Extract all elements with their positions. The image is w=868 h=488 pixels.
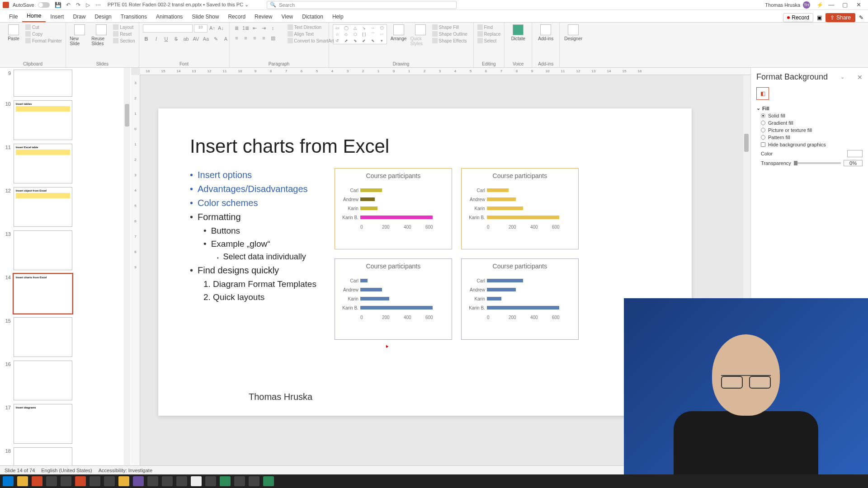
record-button[interactable]: Record xyxy=(783,13,813,22)
tab-review[interactable]: Review xyxy=(250,11,277,22)
align-left-icon[interactable]: ≡ xyxy=(233,34,241,42)
change-case-icon[interactable]: Aa xyxy=(203,35,210,42)
text-shadow-icon[interactable]: ab xyxy=(183,35,190,42)
align-center-icon[interactable]: ≡ xyxy=(242,34,250,42)
pane-close-button[interactable]: ✕ xyxy=(857,74,863,81)
slide-thumbnail[interactable] xyxy=(14,361,72,400)
paste-button[interactable]: Paste xyxy=(4,24,24,41)
taskbar-powerpoint[interactable] xyxy=(75,476,86,486)
line-spacing-icon[interactable]: ↕ xyxy=(269,24,277,32)
increase-indent-icon[interactable]: ⇥ xyxy=(260,24,268,32)
taskbar-app[interactable] xyxy=(90,476,100,486)
taskbar-app[interactable] xyxy=(17,476,28,486)
shapes-gallery[interactable]: ▭◯△↘↔⬠ ☆◇⬡{ }⌒⋯ ↺⬈⬊⬋⬉▾ xyxy=(333,24,387,44)
close-button[interactable]: ✕ xyxy=(852,1,865,8)
addins-button[interactable]: Add-ins xyxy=(536,24,556,41)
picture-fill-option[interactable]: Picture or texture fill xyxy=(761,127,863,133)
decrease-indent-icon[interactable]: ⇤ xyxy=(251,24,259,32)
autosave-toggle[interactable] xyxy=(38,2,50,8)
shape-effects-button[interactable]: Shape Effects xyxy=(432,38,467,43)
italic-icon[interactable]: I xyxy=(153,35,160,42)
layout-button[interactable]: Layout xyxy=(113,24,135,30)
taskbar-app[interactable] xyxy=(191,476,202,486)
taskbar-app[interactable] xyxy=(32,476,42,486)
taskbar-app[interactable] xyxy=(147,476,158,486)
qat-more-icon[interactable]: ⋯ xyxy=(95,2,101,8)
replace-button[interactable]: Replace xyxy=(477,31,501,37)
font-name-input[interactable] xyxy=(143,24,193,33)
transparency-slider[interactable] xyxy=(794,162,841,164)
slide-thumbnail[interactable]: Insert tables xyxy=(14,100,72,140)
text-direction-button[interactable]: Text Direction xyxy=(288,24,334,30)
taskbar-app[interactable] xyxy=(133,476,144,486)
tab-transitions[interactable]: Transitions xyxy=(116,11,151,22)
slide-title[interactable]: Insert charts from Excel xyxy=(190,136,660,157)
from-beginning-icon[interactable]: ▷ xyxy=(85,2,91,8)
color-picker[interactable] xyxy=(847,150,863,157)
taskbar-excel[interactable] xyxy=(263,476,274,486)
tab-file[interactable]: File xyxy=(5,11,22,22)
align-text-button[interactable]: Align Text xyxy=(288,31,334,37)
text-placeholder[interactable]: Insert options Advantages/Disadvantages … xyxy=(190,168,316,340)
account-button[interactable]: Thomas Hruska TH xyxy=(765,1,810,9)
tab-insert[interactable]: Insert xyxy=(46,11,68,22)
minimize-button[interactable]: — xyxy=(825,1,838,8)
fill-tab-icon[interactable]: ◧ xyxy=(756,87,769,100)
slide-thumbnail[interactable] xyxy=(14,70,72,97)
taskbar-app[interactable] xyxy=(162,476,173,486)
slide-canvas[interactable]: Insert charts from Excel Insert options … xyxy=(158,108,692,416)
font-color-icon[interactable]: A xyxy=(222,35,230,42)
taskbar-app[interactable] xyxy=(249,476,259,486)
taskbar-app[interactable] xyxy=(220,476,231,486)
char-spacing-icon[interactable]: AV xyxy=(193,35,200,42)
undo-icon[interactable]: ↶ xyxy=(65,2,71,8)
select-button[interactable]: Select xyxy=(477,38,501,43)
document-title[interactable]: PPTE 01 Roter Faden 002-2 transl en.pptx… xyxy=(108,2,249,8)
reset-button[interactable]: Reset xyxy=(113,31,135,37)
tab-record[interactable]: Record xyxy=(223,11,250,22)
tab-dictation[interactable]: Dictation xyxy=(297,11,328,22)
shape-outline-button[interactable]: Shape Outline xyxy=(432,31,467,37)
shape-fill-button[interactable]: Shape Fill xyxy=(432,24,467,30)
taskbar-app[interactable] xyxy=(176,476,187,486)
tab-animations[interactable]: Animations xyxy=(151,11,187,22)
chart[interactable]: Course participantsCarlAndrewKarinKarin … xyxy=(461,168,579,249)
slide-counter[interactable]: Slide 14 of 74 xyxy=(5,468,35,473)
strikethrough-icon[interactable]: S̶ xyxy=(173,35,180,42)
tab-draw[interactable]: Draw xyxy=(68,11,90,22)
taskbar-app[interactable] xyxy=(205,476,216,486)
pane-dropdown-icon[interactable]: ⌄ xyxy=(840,74,844,80)
share-button[interactable]: ⇪Share xyxy=(826,13,855,22)
increase-font-icon[interactable]: A↑ xyxy=(209,24,216,32)
find-button[interactable]: Find xyxy=(477,24,501,30)
slide-thumbnail[interactable]: Insert charts from Excel xyxy=(14,274,72,314)
taskbar-app[interactable] xyxy=(118,476,129,486)
transparency-input[interactable]: 0% xyxy=(844,160,863,166)
font-size-input[interactable]: 10 xyxy=(194,24,208,33)
solid-fill-option[interactable]: Solid fill xyxy=(761,113,863,118)
decrease-font-icon[interactable]: A↓ xyxy=(217,24,225,32)
highlight-icon[interactable]: ✎ xyxy=(212,35,220,42)
copy-button[interactable]: Copy xyxy=(25,31,62,37)
chart[interactable]: Course participantsCarlAndrewKarinKarin … xyxy=(335,258,452,340)
quick-styles-button[interactable]: Quick Styles xyxy=(410,24,430,46)
accessibility-button[interactable]: Accessibility: Investigate xyxy=(99,468,152,473)
tab-help[interactable]: Help xyxy=(328,11,348,22)
slide-thumbnail[interactable]: Insert diagrams xyxy=(14,404,72,444)
comments-icon[interactable]: ✎ xyxy=(859,14,863,21)
slide-thumbnail[interactable]: Insert object from Excel xyxy=(14,187,72,227)
chart[interactable]: Course participantsCarlAndrewKarinKarin … xyxy=(461,258,579,340)
redo-icon[interactable]: ↷ xyxy=(75,2,81,8)
tab-slideshow[interactable]: Slide Show xyxy=(187,11,223,22)
slide-thumbnail[interactable] xyxy=(14,317,72,357)
coming-soon-icon[interactable]: ⚡ xyxy=(816,2,823,8)
dictate-button[interactable]: Dictate xyxy=(508,24,528,41)
convert-smartart-button[interactable]: Convert to SmartArt xyxy=(288,38,334,43)
tab-home[interactable]: Home xyxy=(22,10,46,22)
save-icon[interactable]: 💾 xyxy=(55,2,61,8)
search-box[interactable]: 🔍 Search xyxy=(267,1,457,9)
underline-icon[interactable]: U xyxy=(163,35,170,42)
slide-footer[interactable]: Thomas Hruska xyxy=(249,392,312,402)
pattern-fill-option[interactable]: Pattern fill xyxy=(761,135,863,140)
tab-design[interactable]: Design xyxy=(90,11,116,22)
